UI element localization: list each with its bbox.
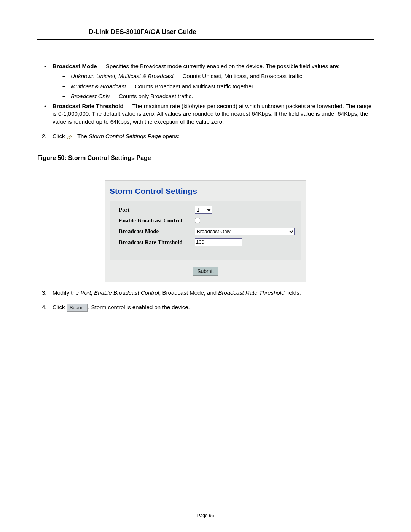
step2-post: opens: — [161, 133, 180, 139]
step-3: 3. Modify the Port, Enable Broadcast Con… — [41, 289, 374, 297]
step-num: 4. — [42, 304, 47, 311]
page-footer: Page 96 — [0, 509, 411, 518]
step2-em: Storm Control Settings Page — [89, 133, 161, 139]
pencil-icon — [67, 134, 73, 139]
sub-rest: — Counts Unicast, Multicast, and Broadca… — [174, 73, 304, 79]
header-rule — [37, 39, 374, 40]
port-select[interactable]: 1 — [195, 206, 212, 214]
ebc-label: Enable Broadcast Control — [119, 217, 195, 224]
sub-rest: — Counts only Broadcast traffic. — [110, 93, 193, 99]
row-port: Port 1 — [110, 204, 301, 215]
figure-caption: Figure 50: Storm Control Settings Page — [37, 154, 374, 162]
brt-label: Broadcast Rate Threshold — [119, 238, 195, 246]
sub-bullet: Multicast & Broadcast — Counts Broadcast… — [61, 83, 374, 90]
s4-t2: . Storm control is enabled on the device… — [88, 304, 190, 310]
sub-rest: — Counts Broadcast and Multicast traffic… — [126, 83, 255, 89]
broadcast-mode-select[interactable]: Broadcast Only — [195, 228, 295, 235]
footer-rule — [37, 509, 374, 509]
step-num: 3. — [42, 289, 47, 297]
sub-em: Multicast & Broadcast — [71, 83, 126, 89]
mode-label: Broadcast Mode — [119, 227, 195, 235]
row-enable-broadcast: Enable Broadcast Control — [110, 215, 301, 226]
page-number: Page 96 — [0, 513, 411, 518]
bullet-broadcast-mode: Broadcast Mode — Specifies the Broadcast… — [41, 62, 374, 100]
bm-term: Broadcast Mode — [53, 63, 97, 69]
step2-dot: . The — [74, 133, 89, 139]
step-num: 2. — [42, 133, 47, 140]
sub-bullet: Unknown Unicast, Multicast & Broadcast —… — [61, 72, 374, 80]
s3-t2: , Broadcast Mode, and — [159, 289, 218, 296]
s3-em1: Port, Enable Broadcast Control — [80, 289, 159, 296]
row-broadcast-mode: Broadcast Mode Broadcast Only — [110, 226, 301, 236]
step2-pre: Click — [53, 133, 67, 139]
doc-header-title: D-Link DES-3010FA/GA User Guide — [89, 28, 374, 36]
s3-t3: fields. — [285, 289, 301, 296]
body-content: Broadcast Mode — Specifies the Broadcast… — [37, 62, 374, 312]
step-2: 2. Click . The Storm Control Settings Pa… — [41, 133, 374, 140]
brt-term: Broadcast Rate Threshold — [53, 103, 124, 109]
enable-broadcast-checkbox[interactable] — [195, 218, 200, 223]
s3-t1: Modify the — [53, 289, 80, 296]
row-brt: Broadcast Rate Threshold — [110, 237, 301, 248]
figure-rule — [37, 165, 374, 165]
inline-submit-button: Submit — [67, 304, 88, 312]
storm-control-panel: Storm Control Settings Port 1 Enable Bro… — [105, 180, 306, 282]
sub-em: Broadcast Only — [71, 93, 110, 99]
sub-bullet: Broadcast Only — Counts only Broadcast t… — [61, 93, 374, 100]
sub-em: Unknown Unicast, Multicast & Broadcast — [71, 73, 174, 79]
bullet-brt: Broadcast Rate Threshold — The maximum r… — [41, 102, 374, 126]
brt-input[interactable] — [195, 238, 242, 246]
submit-wrap: Submit — [110, 260, 301, 280]
port-label: Port — [119, 206, 195, 214]
panel-title: Storm Control Settings — [110, 186, 301, 197]
panel-form: Port 1 Enable Broadcast Control Broadcas… — [110, 201, 301, 260]
s4-t1: Click — [53, 304, 67, 310]
step-4: 4. Click Submit. Storm control is enable… — [41, 304, 374, 312]
submit-button[interactable]: Submit — [193, 267, 218, 276]
page: D-Link DES-3010FA/GA User Guide Broadcas… — [0, 0, 411, 532]
s3-em2: Broadcast Rate Threshold — [218, 289, 284, 296]
bm-desc: — Specifies the Broadcast mode currently… — [97, 63, 340, 69]
